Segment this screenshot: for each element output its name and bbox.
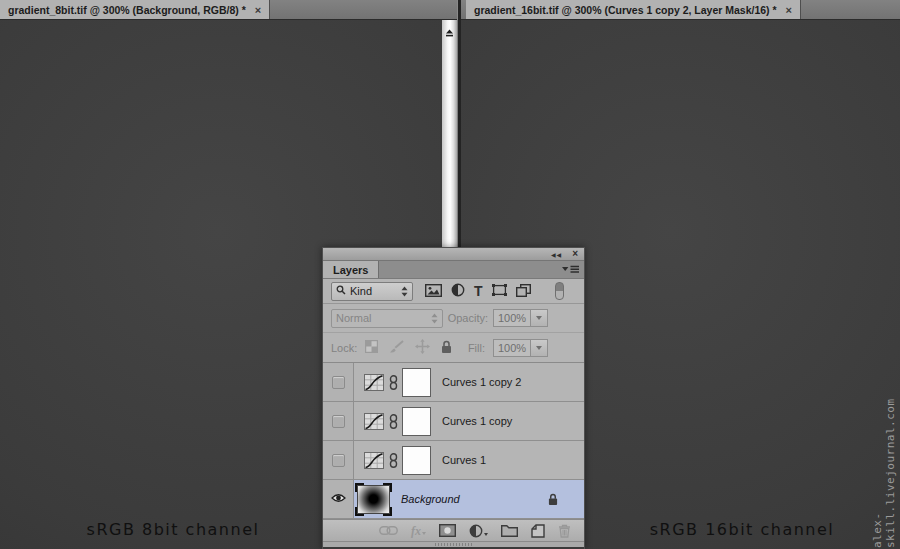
blend-mode-value: Normal xyxy=(336,312,371,324)
layer-name: Curves 1 copy 2 xyxy=(442,376,521,388)
add-layer-mask-icon[interactable] xyxy=(439,524,456,537)
layer-row-curves-1-copy-2[interactable]: Curves 1 copy 2 xyxy=(323,363,584,402)
curves-adjustment-icon[interactable] xyxy=(364,452,384,469)
layer-styles-fx-icon[interactable]: fx xyxy=(411,525,426,537)
layer-mask-thumbnail[interactable] xyxy=(402,446,431,475)
document-tab-16bit-title: gradient_16bit.tif @ 300% (Curves 1 copy… xyxy=(474,4,777,16)
new-layer-icon[interactable] xyxy=(531,524,545,538)
mask-link-icon xyxy=(389,453,398,468)
filter-row: Kind T xyxy=(323,279,584,304)
new-group-folder-icon[interactable] xyxy=(501,525,518,537)
filter-toggle-switch[interactable] xyxy=(555,282,564,300)
close-panel-icon[interactable]: × xyxy=(572,249,578,259)
layer-name: Curves 1 copy xyxy=(442,415,512,427)
fill-input[interactable]: 100% xyxy=(493,339,531,357)
layer-thumbnail[interactable] xyxy=(357,485,390,514)
document-tab-8bit-title: gradient_8bit.tif @ 300% (Background, RG… xyxy=(8,4,246,16)
label-8bit-channel: sRGB 8bit channel xyxy=(87,520,260,539)
mask-link-icon xyxy=(389,375,398,390)
caret-down-icon xyxy=(422,532,426,535)
curves-adjustment-icon[interactable] xyxy=(364,374,384,391)
collapse-panel-icon[interactable]: ◀◀ xyxy=(551,251,562,258)
panel-resize-handle[interactable] xyxy=(323,541,584,549)
fill-label: Fill: xyxy=(468,342,485,354)
selection-corner xyxy=(383,507,392,516)
link-layers-icon[interactable] xyxy=(379,526,398,535)
opacity-dropdown-button[interactable] xyxy=(531,309,548,327)
layer-name: Background xyxy=(401,493,460,505)
document-tab-8bit[interactable]: gradient_8bit.tif @ 300% (Background, RG… xyxy=(0,0,270,19)
opacity-label: Opacity: xyxy=(448,312,488,324)
label-16bit-channel: sRGB 16bit channel xyxy=(650,520,835,539)
layer-row-curves-1-copy[interactable]: Curves 1 copy xyxy=(323,402,584,441)
layer-name: Curves 1 xyxy=(442,454,486,466)
scroll-up-arrow-icon[interactable] xyxy=(445,23,454,41)
tab-layers[interactable]: Layers xyxy=(323,261,379,278)
visibility-toggle[interactable] xyxy=(323,441,354,479)
filter-kind-label: Kind xyxy=(350,285,372,297)
caret-down-icon xyxy=(536,316,542,320)
visibility-toggle[interactable] xyxy=(323,363,354,401)
locked-layer-icon xyxy=(548,493,558,506)
drag-handle-dots-icon xyxy=(435,543,473,546)
filter-pixel-layers-icon[interactable] xyxy=(425,284,442,299)
eye-icon xyxy=(331,493,346,505)
filter-kind-dropdown[interactable]: Kind xyxy=(331,282,413,301)
close-icon[interactable]: × xyxy=(255,4,261,16)
filter-adjustment-layers-icon[interactable] xyxy=(451,283,465,299)
panel-tab-row: Layers xyxy=(323,261,584,279)
layer-row-curves-1[interactable]: Curves 1 xyxy=(323,441,584,480)
visibility-empty-well xyxy=(332,415,345,428)
delete-layer-trash-icon[interactable] xyxy=(558,524,571,538)
search-icon xyxy=(336,285,346,297)
caret-down-icon xyxy=(536,346,542,350)
dropdown-spinner-icon xyxy=(401,286,408,297)
panel-title-bar[interactable]: ◀◀ × xyxy=(323,248,584,261)
document-tab-16bit[interactable]: gradient_16bit.tif @ 300% (Curves 1 copy… xyxy=(466,0,801,19)
fill-dropdown-button[interactable] xyxy=(531,339,548,357)
opacity-input[interactable]: 100% xyxy=(493,309,531,327)
tab-bar-right-pane: gradient_16bit.tif @ 300% (Curves 1 copy… xyxy=(461,0,900,20)
new-adjustment-layer-icon[interactable] xyxy=(469,524,488,538)
lock-label: Lock: xyxy=(331,342,357,354)
selection-corner xyxy=(355,483,364,492)
lock-all-icon[interactable] xyxy=(441,340,452,356)
lock-transparency-icon[interactable] xyxy=(365,340,378,355)
layers-panel: ◀◀ × Layers Kind T xyxy=(322,247,585,549)
visibility-toggle[interactable] xyxy=(323,402,354,440)
visibility-empty-well xyxy=(332,454,345,467)
caret-down-icon xyxy=(484,533,488,536)
dropdown-spinner-icon xyxy=(431,313,438,324)
lock-pixels-brush-icon[interactable] xyxy=(389,340,404,355)
panel-menu-icon[interactable] xyxy=(562,261,579,278)
filter-shape-layers-icon[interactable] xyxy=(492,284,507,298)
lock-position-move-icon[interactable] xyxy=(415,339,430,356)
mask-link-icon xyxy=(389,414,398,429)
curves-adjustment-icon[interactable] xyxy=(364,413,384,430)
blend-row: Normal Opacity: 100% xyxy=(323,304,584,333)
lock-row: Lock: Fill: 100% xyxy=(323,333,584,363)
layer-mask-thumbnail[interactable] xyxy=(402,407,431,436)
visibility-toggle[interactable] xyxy=(323,480,354,518)
watermark-text: alex-skill.livejournal.com xyxy=(871,368,897,548)
layer-list: Curves 1 copy 2 Curves 1 copy xyxy=(323,363,584,519)
selection-corner xyxy=(383,483,392,492)
blend-mode-dropdown[interactable]: Normal xyxy=(331,309,443,328)
layer-row-background[interactable]: Background xyxy=(323,480,584,519)
close-icon[interactable]: × xyxy=(786,4,792,16)
layer-mask-thumbnail[interactable] xyxy=(402,368,431,397)
visibility-empty-well xyxy=(332,376,345,389)
tab-bar-left-pane: gradient_8bit.tif @ 300% (Background, RG… xyxy=(0,0,457,20)
tab-layers-label: Layers xyxy=(333,264,368,276)
filter-smart-objects-icon[interactable] xyxy=(516,284,531,299)
panel-bottom-toolbar: fx xyxy=(323,519,584,541)
fx-label: fx xyxy=(411,525,421,537)
filter-type-layers-icon[interactable]: T xyxy=(474,284,483,298)
selection-corner xyxy=(355,507,364,516)
